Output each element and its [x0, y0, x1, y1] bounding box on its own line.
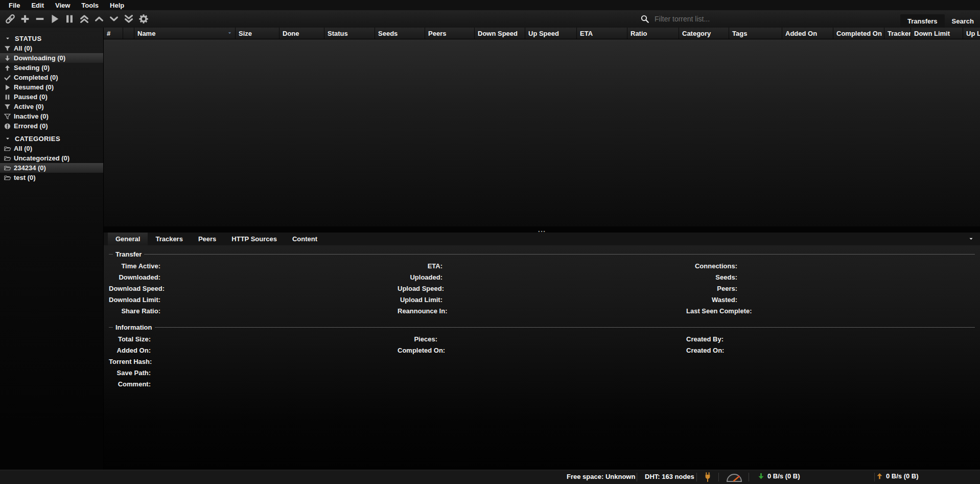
menu-tools[interactable]: Tools	[76, 1, 104, 10]
double-chevron-up-icon	[79, 13, 90, 25]
sidebar-item-234234-0[interactable]: 234234 (0)	[0, 163, 103, 173]
search-icon	[640, 14, 649, 24]
alt-speed-gauge-icon[interactable]	[726, 472, 743, 482]
double-chevron-down-icon	[123, 13, 134, 25]
field-label: Created On:	[686, 347, 722, 354]
menu-view[interactable]: View	[50, 1, 76, 10]
link-icon	[5, 13, 16, 25]
column-header-added-on[interactable]: Added On	[782, 28, 833, 39]
column-label: #	[107, 30, 110, 37]
field-empty	[686, 378, 975, 389]
tab-content[interactable]: Content	[285, 233, 325, 245]
sidebar-item-uncategorized-0[interactable]: Uncategorized (0)	[0, 153, 103, 163]
folder-icon	[4, 165, 11, 172]
field-label: Added On:	[109, 347, 151, 354]
decrease-priority-button[interactable]	[106, 12, 121, 26]
sidebar-item-label: 234234 (0)	[14, 164, 46, 172]
options-button[interactable]	[136, 12, 151, 26]
top-tab-search[interactable]: Search	[945, 14, 980, 28]
upload-speed-value: 0 B/s (0 B)	[886, 472, 919, 480]
sidebar-item-all-0[interactable]: All (0)	[0, 43, 103, 53]
column-header-done[interactable]: Done	[279, 28, 324, 39]
field-torrent-hash: Torrent Hash:	[109, 356, 398, 367]
field-empty	[398, 367, 686, 378]
column-header-completed-on[interactable]: Completed On	[833, 28, 884, 39]
splitter-handle: ...	[538, 228, 546, 231]
sidebar-item-active-0[interactable]: Active (0)	[0, 102, 103, 111]
column-header-seeds[interactable]: Seeds	[375, 28, 425, 39]
column-label: Seeds	[378, 30, 398, 37]
tab-peers[interactable]: Peers	[191, 233, 224, 245]
sidebar-item-resumed-0[interactable]: Resumed (0)	[0, 82, 103, 92]
sidebar-item-paused-0[interactable]: Paused (0)	[0, 92, 103, 102]
column-header-tags[interactable]: Tags	[729, 28, 782, 39]
categories-section-header[interactable]: CATEGORIES	[0, 134, 103, 144]
panel-collapse-icon[interactable]	[968, 237, 974, 241]
field-added-on: Added On:	[109, 344, 398, 356]
top-priority-button[interactable]	[77, 12, 91, 26]
column-label: Down Limit	[914, 30, 950, 37]
filter-input[interactable]	[654, 14, 741, 24]
delete-torrent-button[interactable]	[32, 12, 47, 26]
field-label: Comment:	[109, 380, 151, 388]
sidebar-item-completed-0[interactable]: Completed (0)	[0, 73, 103, 82]
torrent-list[interactable]	[104, 39, 980, 226]
column-header-eta[interactable]: ETA	[577, 28, 627, 39]
sidebar-item-label: Downloading (0)	[14, 54, 65, 62]
increase-priority-button[interactable]	[91, 12, 106, 26]
field-upload-limit: Upload Limit:	[398, 294, 686, 305]
funnel-icon	[4, 45, 11, 52]
caret-down-icon	[5, 36, 10, 41]
field-created-by: Created By:	[686, 333, 975, 344]
field-label: Connections:	[686, 262, 737, 270]
panel-splitter[interactable]: ...	[104, 226, 980, 233]
field-label: Upload Limit:	[398, 296, 442, 304]
workspace: STATUSAll (0)Downloading (0)Seeding (0)C…	[0, 28, 980, 470]
sidebar-item-errored-0[interactable]: Errored (0)	[0, 121, 103, 131]
connection-status-icon	[704, 472, 711, 482]
field-label: Reannounce In:	[398, 307, 442, 315]
column-label: Tags	[732, 30, 747, 37]
tab-general[interactable]: General	[108, 233, 148, 245]
column-header-blank[interactable]: #	[104, 28, 123, 39]
column-header-status[interactable]: Status	[324, 28, 375, 39]
field-label: Uploaded:	[398, 273, 442, 281]
statusbar-separator	[874, 473, 875, 481]
column-header-up-speed[interactable]: Up Speed	[525, 28, 577, 39]
resume-button[interactable]	[47, 12, 62, 26]
column-header-down-speed[interactable]: Down Speed	[475, 28, 525, 39]
tab-http-sources[interactable]: HTTP Sources	[224, 233, 285, 245]
free-space-label: Free space:	[567, 473, 603, 480]
sidebar-item-seeding-0[interactable]: Seeding (0)	[0, 63, 103, 73]
field-label: Save Path:	[109, 369, 151, 377]
column-header-name[interactable]: Name	[134, 28, 236, 39]
column-header-ratio[interactable]: Ratio	[627, 28, 679, 39]
sidebar-item-test-0[interactable]: test (0)	[0, 173, 103, 182]
column-header-blank[interactable]	[123, 28, 134, 39]
field-wasted: Wasted:	[686, 294, 975, 305]
top-tab-transfers[interactable]: Transfers	[900, 14, 945, 28]
menu-help[interactable]: Help	[104, 1, 130, 10]
menu-file[interactable]: File	[3, 1, 26, 10]
folder-icon	[4, 155, 11, 162]
sidebar-item-downloading-0[interactable]: Downloading (0)	[0, 53, 103, 63]
menu-edit[interactable]: Edit	[26, 1, 50, 10]
pause-button[interactable]	[62, 12, 77, 26]
column-header-size[interactable]: Size	[236, 28, 279, 39]
add-torrent-link-button[interactable]	[3, 12, 17, 26]
add-torrent-file-button[interactable]	[17, 12, 32, 26]
column-header-down-limit[interactable]: Down Limit	[911, 28, 963, 39]
column-header-tracker[interactable]: Tracker	[884, 28, 911, 39]
column-header-peers[interactable]: Peers	[425, 28, 475, 39]
torrent-filter	[640, 10, 741, 28]
column-label: Status	[328, 30, 348, 37]
column-header-category[interactable]: Category	[679, 28, 729, 39]
tab-trackers[interactable]: Trackers	[148, 233, 191, 245]
sidebar-item-all-0[interactable]: All (0)	[0, 144, 103, 153]
funnel-icon	[4, 103, 11, 110]
sidebar-item-inactive-0[interactable]: Inactive (0)	[0, 111, 103, 121]
column-header-up-limit[interactable]: Up Limit	[963, 28, 980, 39]
field-share-ratio: Share Ratio:	[109, 305, 398, 316]
bottom-priority-button[interactable]	[121, 12, 136, 26]
status-section-header[interactable]: STATUS	[0, 34, 103, 43]
